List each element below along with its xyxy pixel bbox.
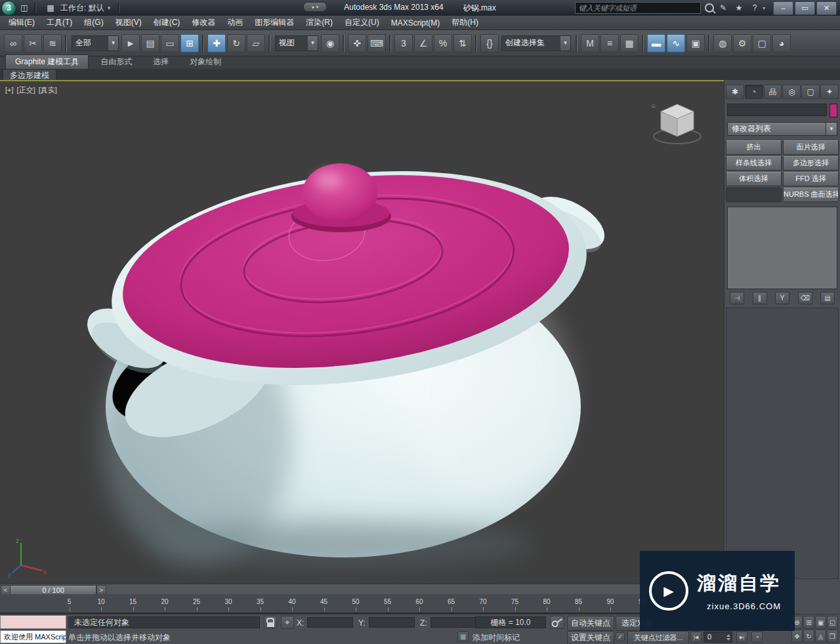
menu-help[interactable]: 帮助(H) bbox=[446, 15, 484, 30]
set-key-icon[interactable] bbox=[550, 616, 564, 629]
key-filters-button[interactable]: 关键点过滤器... bbox=[627, 631, 689, 644]
object-name-field[interactable] bbox=[727, 104, 827, 116]
rendered-frame-icon[interactable]: ▢ bbox=[753, 34, 771, 52]
maxscript-listener-input[interactable] bbox=[0, 615, 66, 629]
set-key-button[interactable]: 设置关键点 bbox=[567, 631, 614, 644]
schematic-view-icon[interactable]: ▣ bbox=[686, 34, 705, 52]
chevron-down-icon[interactable]: ▾ bbox=[763, 5, 765, 11]
viewport-menu-view[interactable]: [正交] bbox=[17, 86, 35, 94]
modifier-stack[interactable] bbox=[727, 207, 837, 289]
keyboard-shortcut-override-icon[interactable]: ⌨ bbox=[368, 34, 386, 52]
render-setup-icon[interactable]: ⚙ bbox=[733, 34, 751, 52]
menu-animation[interactable]: 动画 bbox=[221, 15, 249, 30]
app-logo-icon[interactable]: 3 bbox=[1, 1, 16, 16]
auto-key-button[interactable]: 自动关键点 bbox=[567, 616, 614, 631]
close-button[interactable]: ✕ bbox=[816, 1, 837, 15]
menu-group[interactable]: 组(G) bbox=[78, 15, 109, 30]
ribbon-tab-object-paint[interactable]: 对象绘制 bbox=[180, 55, 230, 69]
key-filters-check-icon[interactable]: ✓ bbox=[616, 632, 625, 641]
menu-create[interactable]: 创建(C) bbox=[148, 15, 186, 30]
material-editor-icon[interactable]: ◍ bbox=[713, 34, 732, 52]
pin-stack-icon[interactable]: ⊣ bbox=[730, 292, 744, 304]
object-color-swatch[interactable] bbox=[830, 104, 837, 117]
utilities-tab-icon[interactable]: ✦ bbox=[820, 85, 839, 99]
orbit-icon[interactable]: ↻ bbox=[803, 630, 814, 643]
minimize-button[interactable]: – bbox=[773, 1, 793, 15]
viewcube[interactable]: ⌂ bbox=[649, 98, 705, 147]
align-icon[interactable]: ≡ bbox=[600, 34, 619, 52]
modifier-list-dropdown[interactable]: 修改器列表 ▾ bbox=[727, 122, 837, 136]
current-frame-field[interactable]: 0 bbox=[704, 632, 732, 643]
select-and-manipulate-icon[interactable]: ✜ bbox=[348, 34, 366, 52]
menu-customize[interactable]: 自定义(U) bbox=[339, 15, 385, 30]
percent-snap-icon[interactable]: % bbox=[434, 34, 452, 52]
menu-edit[interactable]: 编辑(E) bbox=[3, 15, 41, 30]
spinner-snap-icon[interactable]: ⇅ bbox=[453, 34, 472, 52]
add-time-tag-label[interactable]: 添加时间标记 bbox=[472, 632, 520, 643]
coord-y-field[interactable] bbox=[369, 617, 415, 628]
viewport-menu-general[interactable]: [+] bbox=[5, 86, 14, 94]
modifier-button-poly-select[interactable]: 多边形选择 bbox=[783, 156, 839, 171]
maximize-viewport-icon[interactable]: ❒ bbox=[827, 630, 838, 643]
ribbon-tab-freeform[interactable]: 自由形式 bbox=[91, 55, 141, 69]
maxscript-listener-output[interactable]: 欢迎使用 MAXScript bbox=[0, 630, 66, 643]
chevron-down-icon[interactable]: ▾ bbox=[560, 36, 570, 50]
modifier-button-ffd-select[interactable]: FFD 选择 bbox=[783, 172, 839, 186]
graphite-ribbon-toggle-icon[interactable]: ▬ bbox=[647, 34, 665, 52]
make-unique-icon[interactable]: Y bbox=[775, 292, 789, 304]
modifier-button-spline-select[interactable]: 样条线选择 bbox=[726, 156, 782, 171]
layer-manager-icon[interactable]: ▦ bbox=[620, 34, 639, 52]
time-tag-icon[interactable]: ⊞ bbox=[457, 632, 469, 642]
selection-lock-icon[interactable] bbox=[264, 616, 277, 629]
track-bar[interactable]: 5101520253035404550556065707580859095100 bbox=[0, 594, 724, 614]
coord-x-field[interactable] bbox=[307, 617, 353, 628]
maximize-button[interactable]: ▭ bbox=[795, 1, 815, 15]
workspace-dropdown[interactable]: ▦ 工作台: 默认 ▾ bbox=[40, 1, 114, 14]
modify-tab-icon[interactable]: ◔ bbox=[745, 85, 763, 99]
chevron-down-icon[interactable]: ▾ bbox=[108, 36, 118, 50]
select-and-scale-icon[interactable]: ▱ bbox=[247, 34, 265, 52]
remove-modifier-icon[interactable]: ⌫ bbox=[798, 292, 812, 304]
viewcube-home-icon[interactable]: ⌂ bbox=[652, 102, 656, 109]
reference-coordinate-dropdown[interactable]: 视图▾ bbox=[275, 35, 318, 51]
select-and-rotate-icon[interactable]: ↻ bbox=[227, 34, 245, 52]
favorites-star-icon[interactable]: ★ bbox=[732, 2, 746, 14]
modifier-button-volume-select[interactable]: 体积选择 bbox=[726, 172, 782, 186]
snap-toggle-icon[interactable]: 3 bbox=[394, 34, 413, 52]
save-file-icon[interactable]: ◫ bbox=[18, 2, 31, 14]
modifier-button-nurbs-select[interactable]: NURBS 曲面选择 bbox=[783, 188, 839, 202]
time-configuration-icon[interactable]: ◔ bbox=[751, 632, 763, 643]
search-icon[interactable] bbox=[705, 3, 714, 12]
window-crossing-icon[interactable]: ⊞ bbox=[180, 34, 199, 52]
zoom-extents-icon[interactable]: ▣ bbox=[815, 616, 826, 629]
time-slider-handle[interactable]: 0 / 100 bbox=[10, 585, 96, 595]
select-and-move-icon[interactable]: ✚ bbox=[207, 34, 226, 52]
chevron-down-icon[interactable]: ▾ bbox=[308, 36, 318, 50]
unlink-selection-icon[interactable]: ✂ bbox=[24, 34, 42, 52]
fov-icon[interactable]: ◬ bbox=[815, 630, 826, 643]
go-to-end-button[interactable]: ▶| bbox=[736, 632, 747, 643]
coord-z-field[interactable] bbox=[430, 617, 476, 628]
bind-to-space-warp-icon[interactable]: ≋ bbox=[43, 34, 62, 52]
sandpot-model[interactable] bbox=[76, 146, 613, 567]
select-and-link-icon[interactable]: ∞ bbox=[4, 34, 22, 52]
search-input[interactable] bbox=[575, 2, 701, 14]
frame-spinner[interactable] bbox=[726, 634, 732, 641]
display-tab-icon[interactable]: ▢ bbox=[801, 85, 820, 99]
ribbon-tab-graphite[interactable]: Graphite 建模工具 bbox=[5, 54, 89, 69]
create-tab-icon[interactable]: ✱ bbox=[726, 85, 744, 99]
selection-filter-dropdown[interactable]: 全部▾ bbox=[72, 35, 119, 51]
select-by-name-icon[interactable]: ▤ bbox=[141, 34, 159, 52]
zoom-all-icon[interactable]: ⊞ bbox=[803, 616, 814, 629]
previous-frame-button[interactable]: < bbox=[1, 585, 10, 595]
pencil-icon[interactable]: ✎ bbox=[717, 2, 730, 14]
modifier-button-extrude[interactable]: 挤出 bbox=[726, 140, 782, 155]
motion-tab-icon[interactable]: ◎ bbox=[782, 85, 801, 99]
ribbon-minimize-button[interactable]: ● ▾ bbox=[303, 2, 327, 12]
curve-editor-icon[interactable]: ∿ bbox=[667, 34, 685, 52]
selection-region-icon[interactable]: ▭ bbox=[161, 34, 179, 52]
hierarchy-tab-icon[interactable]: 品 bbox=[764, 85, 782, 99]
zoom-extents-all-icon[interactable]: ◱ bbox=[827, 616, 838, 629]
pan-icon[interactable]: ❖ bbox=[791, 630, 803, 643]
ribbon-tab-selection[interactable]: 选择 bbox=[144, 55, 178, 69]
